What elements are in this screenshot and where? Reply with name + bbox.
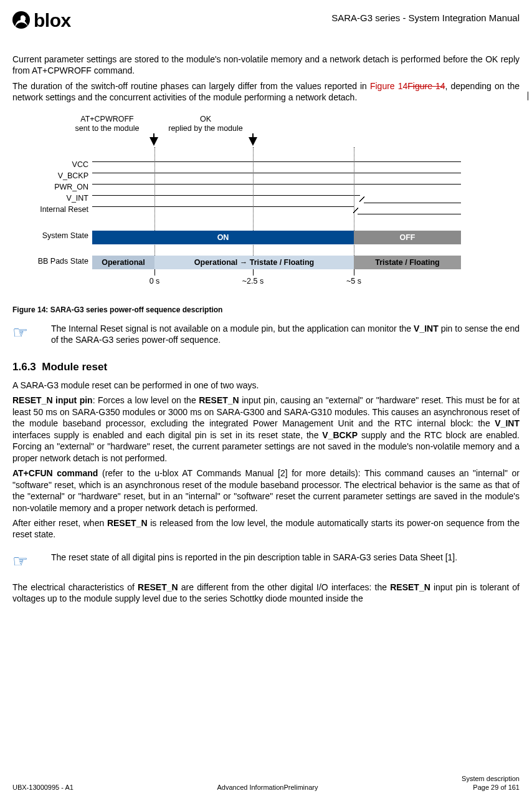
wave-vint-fall bbox=[359, 195, 364, 203]
wave-vbckp bbox=[92, 173, 461, 174]
intro-para-1: Current parameter settings are stored to… bbox=[12, 54, 520, 77]
b-vint: V_INT bbox=[495, 418, 520, 428]
figure-link-old: Figure 14 bbox=[407, 81, 445, 91]
sec-para-1: A SARA-G3 module reset can be performed … bbox=[12, 380, 520, 391]
time-5s: ~5 s bbox=[346, 277, 361, 285]
footer-left: UBX-13000995 - A1 bbox=[12, 784, 74, 791]
page-footer: UBX-13000995 - A1 Advanced InformationPr… bbox=[12, 775, 520, 791]
wave-ir-high bbox=[92, 206, 354, 208]
note1-a: The Internal Reset signal is not availab… bbox=[51, 324, 414, 333]
t5a: The electrical characteristics of bbox=[12, 582, 138, 592]
b-resetn-3: RESET_N bbox=[138, 582, 178, 592]
note-text: The Internal Reset signal is not availab… bbox=[51, 323, 520, 346]
wave-ir-low bbox=[358, 214, 461, 215]
time-0s: 0 s bbox=[150, 277, 160, 285]
revision-bar bbox=[528, 92, 528, 100]
figure-14: AT+CPWROFF sent to the module OK replied… bbox=[12, 115, 520, 302]
wave-pwron bbox=[92, 184, 461, 185]
tick bbox=[154, 269, 155, 276]
sig-label: VCC bbox=[12, 159, 88, 170]
sec-para-5: The electrical characteristics of RESET_… bbox=[12, 582, 520, 605]
t2c: interfaces supply is enabled and each di… bbox=[12, 430, 322, 440]
wave-vint-high bbox=[92, 195, 360, 196]
sec-para-2: RESET_N input pin: Forces a low level on… bbox=[12, 395, 520, 464]
footer-right-top: System description bbox=[462, 775, 520, 782]
figure-caption: Figure 14: SARA-G3 series power-off sequ… bbox=[12, 305, 520, 314]
bb-pads-state-bar: Operational Operational → Tristate / Flo… bbox=[92, 256, 461, 269]
sig-label: System State bbox=[12, 230, 88, 241]
note-vint: ☞ The Internal Reset signal is not avail… bbox=[12, 323, 520, 346]
section-title: Module reset bbox=[42, 361, 107, 373]
note-reset-state: ☞ The reset state of all digital pins is… bbox=[12, 552, 520, 570]
bb-opt: Operational → Tristate / Floating bbox=[154, 256, 354, 269]
t5b: are different from the other digital I/O… bbox=[178, 582, 391, 592]
footer-page: Page 29 of 161 bbox=[462, 784, 520, 791]
sig-label: V_BCKP bbox=[12, 170, 88, 181]
wave-vint-low bbox=[364, 203, 461, 204]
sec-para-4: After either reset, when RESET_N is rele… bbox=[12, 517, 520, 540]
sys-on: ON bbox=[92, 231, 354, 244]
b-resetn-1: RESET_N bbox=[199, 395, 239, 405]
brand-text: blox bbox=[34, 11, 71, 30]
system-state-bar: ON OFF bbox=[92, 231, 461, 244]
b-resetn-2: RESET_N bbox=[107, 518, 148, 528]
doc-title: SARA-G3 series - System Integration Manu… bbox=[331, 11, 520, 23]
p2-text-a: The duration of the switch-off routine p… bbox=[12, 81, 370, 91]
sig-label: PWR_ON bbox=[12, 181, 88, 193]
sig-label: Internal Reset bbox=[12, 204, 88, 215]
wave-ir-fall bbox=[353, 206, 358, 214]
section-heading: 1.6.3 Module reset bbox=[12, 361, 520, 373]
figure-link-new[interactable]: Figure 14 bbox=[370, 81, 407, 91]
wave-vcc bbox=[92, 161, 461, 163]
bb-tri: Tristate / Floating bbox=[354, 256, 461, 269]
pointing-hand-icon: ☞ bbox=[12, 323, 40, 346]
tick bbox=[253, 269, 254, 276]
logo-icon bbox=[12, 11, 30, 29]
section-number: 1.6.3 bbox=[12, 361, 36, 373]
tick bbox=[354, 269, 354, 276]
sig-label: BB Pads State bbox=[12, 256, 88, 267]
b-atcfun: AT+CFUN command bbox=[12, 468, 98, 478]
bb-op: Operational bbox=[92, 256, 154, 269]
intro-para-2: The duration of the switch-off routine p… bbox=[12, 80, 520, 103]
note2-text: The reset state of all digital pins is r… bbox=[51, 552, 520, 570]
footer-center: Advanced InformationPreliminary bbox=[217, 784, 318, 791]
note1-bold: V_INT bbox=[414, 324, 439, 333]
t2a: : Forces a low level on the bbox=[93, 395, 199, 405]
sig-label: V_INT bbox=[12, 193, 88, 204]
time-2p5s: ~2.5 s bbox=[242, 277, 264, 285]
brand-logo: blox bbox=[12, 11, 71, 30]
b-resetn-4: RESET_N bbox=[390, 582, 430, 592]
b-reset-pin: RESET_N input pin bbox=[12, 395, 93, 405]
b-vbckp: V_BCKP bbox=[322, 430, 358, 440]
pointing-hand-icon: ☞ bbox=[12, 552, 40, 570]
t4a: After either reset, when bbox=[12, 518, 107, 528]
sys-off: OFF bbox=[354, 231, 461, 244]
sec-para-3: AT+CFUN command (refer to the u-blox AT … bbox=[12, 468, 520, 514]
page-header: blox SARA-G3 series - System Integration… bbox=[12, 11, 520, 30]
